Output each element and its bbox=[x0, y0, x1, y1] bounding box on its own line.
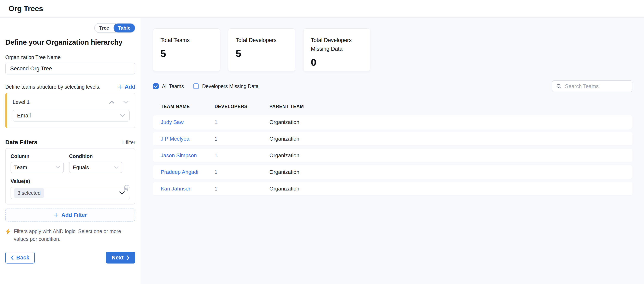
app-header: Org Trees bbox=[0, 0, 644, 18]
level-label: Level 1 bbox=[12, 99, 30, 105]
check-icon bbox=[154, 84, 158, 88]
trash-icon bbox=[123, 184, 130, 192]
table-header: TEAM NAME DEVELOPERS PARENT TEAM bbox=[153, 104, 632, 109]
all-teams-label: All Teams bbox=[162, 83, 184, 89]
chevron-up-icon bbox=[109, 101, 114, 104]
next-button[interactable]: Next bbox=[106, 252, 135, 264]
plus-icon bbox=[118, 84, 123, 90]
next-label: Next bbox=[112, 255, 124, 261]
developers-cell: 1 bbox=[214, 169, 270, 175]
search-icon bbox=[556, 83, 562, 89]
sidebar: Tree Table Define your Organization hier… bbox=[0, 18, 141, 284]
filter-column-select[interactable]: Team bbox=[10, 162, 64, 173]
stat-label: Total Developers bbox=[236, 36, 284, 45]
view-toggle-tree[interactable]: Tree bbox=[95, 23, 114, 32]
table-row: Judy Saw 1 Organization bbox=[153, 116, 632, 129]
add-level-button[interactable]: Add bbox=[118, 84, 135, 90]
tree-name-label: Organization Tree Name bbox=[5, 54, 135, 60]
parent-team-cell: Organization bbox=[270, 152, 625, 159]
filter-condition-value: Equals bbox=[73, 164, 89, 171]
view-toggle: Tree Table bbox=[94, 23, 135, 33]
table-row: J P Mcelyea 1 Organization bbox=[153, 132, 632, 145]
plus-icon bbox=[54, 213, 58, 217]
developers-cell: 1 bbox=[214, 119, 270, 125]
stat-card-missing-data: Total Developers Missing Data 0 bbox=[303, 28, 370, 71]
levels-hint: Define teams structure by selecting leve… bbox=[5, 84, 100, 90]
view-toggle-table[interactable]: Table bbox=[114, 23, 135, 32]
developers-cell: 1 bbox=[214, 136, 270, 142]
chevron-down-icon bbox=[56, 166, 60, 169]
data-filters-heading: Data Filters bbox=[5, 139, 38, 146]
tree-name-input[interactable] bbox=[5, 63, 135, 74]
delete-filter-button[interactable] bbox=[123, 184, 130, 192]
move-level-up-button[interactable] bbox=[109, 101, 114, 104]
table-row: Jason Simpson 1 Organization bbox=[153, 149, 632, 162]
level-card: Level 1 Email bbox=[5, 93, 135, 128]
stat-value: 0 bbox=[311, 57, 363, 68]
back-label: Back bbox=[16, 255, 30, 261]
filter-values-label: Value(s) bbox=[10, 178, 130, 184]
stat-label: Total Teams bbox=[160, 36, 209, 45]
level-reorder-controls bbox=[109, 101, 129, 104]
column-header-team-name: TEAM NAME bbox=[161, 104, 214, 109]
filter-column-value: Team bbox=[14, 164, 27, 171]
filters-note-text: Filters apply with AND logic. Select one… bbox=[14, 228, 129, 243]
stats-row: Total Teams 5 Total Developers 5 Total D… bbox=[153, 28, 632, 71]
page-title: Org Trees bbox=[8, 4, 43, 13]
stat-label: Total Developers Missing Data bbox=[311, 36, 360, 53]
team-link[interactable]: Kari Jahnsen bbox=[161, 186, 214, 192]
checkbox-checked-icon bbox=[153, 83, 159, 89]
parent-team-cell: Organization bbox=[270, 169, 625, 175]
table-row: Kari Jahnsen 1 Organization bbox=[153, 182, 632, 195]
parent-team-cell: Organization bbox=[270, 136, 625, 142]
parent-team-cell: Organization bbox=[270, 119, 625, 125]
selected-count-chip: 3 selected bbox=[14, 188, 44, 198]
table-row: Pradeep Angadi 1 Organization bbox=[153, 165, 632, 179]
developers-cell: 1 bbox=[214, 186, 270, 192]
missing-data-checkbox[interactable]: Developers Missing Data bbox=[193, 83, 258, 89]
add-filter-label: Add Filter bbox=[61, 212, 87, 218]
back-button[interactable]: Back bbox=[5, 252, 35, 264]
chevron-right-icon bbox=[126, 255, 130, 260]
checkbox-unchecked-icon bbox=[193, 83, 199, 89]
move-level-down-button[interactable] bbox=[123, 101, 129, 104]
stat-card-total-teams: Total Teams 5 bbox=[153, 28, 220, 71]
chevron-down-icon bbox=[120, 114, 125, 117]
column-header-parent-team: PARENT TEAM bbox=[270, 104, 625, 109]
filter-column-label: Column bbox=[10, 153, 64, 159]
filters-note: Filters apply with AND logic. Select one… bbox=[5, 228, 135, 243]
lightning-icon bbox=[5, 228, 11, 235]
filter-values-select[interactable]: 3 selected bbox=[10, 187, 130, 199]
filter-card: Column Team Condition Equals bbox=[5, 148, 135, 204]
column-header-developers: DEVELOPERS bbox=[214, 104, 270, 109]
filter-condition-label: Condition bbox=[69, 153, 122, 159]
stat-value: 5 bbox=[236, 48, 288, 59]
add-level-label: Add bbox=[125, 84, 135, 90]
level-accent-bar bbox=[5, 93, 7, 128]
table-body: Judy Saw 1 Organization J P Mcelyea 1 Or… bbox=[153, 116, 632, 195]
all-teams-checkbox[interactable]: All Teams bbox=[153, 83, 184, 89]
stat-card-total-developers: Total Developers 5 bbox=[228, 28, 295, 71]
stat-value: 5 bbox=[160, 48, 212, 59]
table-controls: All Teams Developers Missing Data bbox=[153, 80, 632, 92]
sidebar-heading: Define your Organization hierarchy bbox=[5, 38, 135, 46]
add-filter-button[interactable]: Add Filter bbox=[5, 209, 135, 222]
main-content: Total Teams 5 Total Developers 5 Total D… bbox=[141, 18, 644, 284]
developers-cell: 1 bbox=[214, 152, 270, 159]
team-link[interactable]: Judy Saw bbox=[161, 119, 214, 125]
filter-condition-select[interactable]: Equals bbox=[69, 162, 122, 173]
team-link[interactable]: Jason Simpson bbox=[161, 152, 214, 159]
filter-count: 1 filter bbox=[122, 140, 135, 145]
team-link[interactable]: J P Mcelyea bbox=[161, 136, 214, 142]
level-field-value: Email bbox=[17, 113, 31, 119]
chevron-left-icon bbox=[10, 255, 14, 260]
chevron-down-icon bbox=[114, 166, 119, 169]
level-field-select[interactable]: Email bbox=[12, 110, 130, 122]
missing-data-label: Developers Missing Data bbox=[202, 83, 258, 89]
search-teams-box bbox=[552, 80, 632, 92]
team-link[interactable]: Pradeep Angadi bbox=[161, 169, 214, 175]
search-teams-input[interactable] bbox=[564, 83, 628, 90]
parent-team-cell: Organization bbox=[270, 186, 625, 192]
chevron-down-icon bbox=[123, 101, 129, 104]
